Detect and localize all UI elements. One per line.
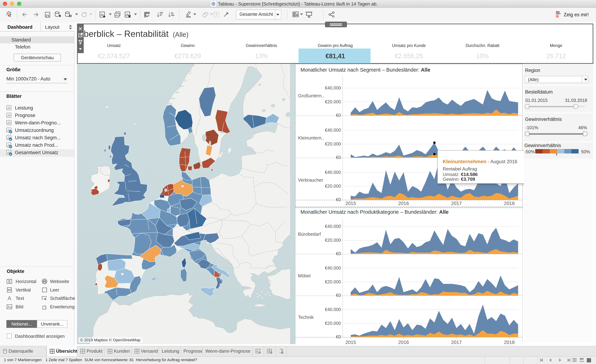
svg-text:€40.000: €40.000	[325, 128, 341, 132]
svg-text:Großuntern..: Großuntern..	[298, 93, 324, 98]
svg-text:€40.000: €40.000	[325, 307, 341, 312]
svg-text:€40.000: €40.000	[325, 224, 341, 229]
svg-text:€0: €0	[336, 251, 341, 256]
svg-text:Möbel: Möbel	[298, 273, 311, 278]
svg-text:2015: 2015	[345, 201, 356, 206]
svg-text:€40.000: €40.000	[325, 265, 341, 270]
svg-text:€0: €0	[336, 197, 341, 202]
svg-text:€0: €0	[336, 334, 341, 339]
svg-text:T: T	[215, 12, 217, 17]
svg-text:2017: 2017	[451, 201, 462, 206]
svg-text:2017: 2017	[451, 340, 462, 345]
svg-text:€0: €0	[336, 293, 341, 298]
svg-text:€40.000: €40.000	[325, 85, 341, 90]
svg-text:2015: 2015	[345, 340, 356, 345]
svg-text:2016: 2016	[398, 340, 409, 345]
svg-text:€0: €0	[336, 113, 341, 118]
svg-text:€40.000: €40.000	[325, 170, 341, 175]
svg-text:€20.000: €20.000	[325, 141, 341, 146]
svg-text:Technik: Technik	[298, 314, 314, 320]
svg-text:2016: 2016	[398, 201, 409, 206]
svg-text:€20.000: €20.000	[325, 184, 341, 189]
svg-text:2018: 2018	[504, 201, 514, 206]
svg-text:Kleinuntern..: Kleinuntern..	[298, 135, 324, 140]
svg-text:2018: 2018	[504, 340, 514, 345]
svg-text:Bürobedarf: Bürobedarf	[298, 232, 321, 237]
svg-text:€20.000: €20.000	[325, 238, 341, 243]
svg-text:A: A	[8, 295, 11, 301]
svg-text:€20.000: €20.000	[325, 321, 341, 326]
svg-text:€20.000: €20.000	[325, 99, 341, 104]
svg-text:Verbraucher: Verbraucher	[298, 177, 323, 183]
svg-text:€0: €0	[336, 155, 341, 160]
svg-text:€20.000: €20.000	[325, 279, 341, 284]
